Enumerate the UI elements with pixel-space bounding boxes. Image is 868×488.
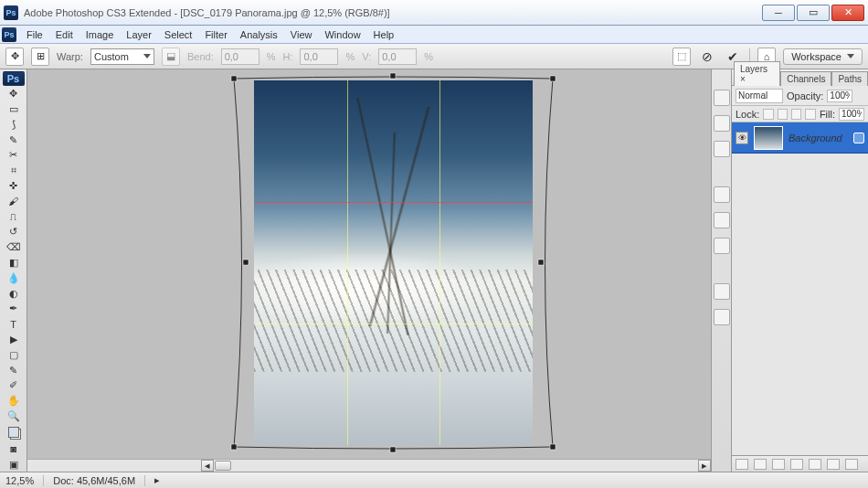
- tab-channels[interactable]: Channels: [780, 71, 831, 86]
- brush-tool[interactable]: 🖌: [3, 194, 25, 208]
- doc-size[interactable]: Doc: 45,6M/45,6M: [53, 475, 145, 486]
- scroll-left-arrow-icon[interactable]: ◂: [201, 460, 214, 472]
- scroll-thumb[interactable]: [215, 461, 231, 471]
- canvas[interactable]: ◂ ▸: [27, 69, 711, 472]
- visibility-eye-icon[interactable]: 👁: [736, 132, 748, 144]
- menu-image[interactable]: Image: [79, 27, 121, 42]
- fill-input[interactable]: [839, 108, 864, 121]
- info-panel-icon[interactable]: [714, 141, 730, 157]
- menu-layer[interactable]: Layer: [120, 27, 158, 42]
- paragraph-panel-icon[interactable]: [714, 309, 730, 325]
- cancel-transform-icon[interactable]: ⊘: [698, 48, 716, 66]
- styles-panel-icon[interactable]: [714, 238, 730, 254]
- menu-view[interactable]: View: [284, 27, 319, 42]
- layer-thumbnail[interactable]: [754, 126, 783, 150]
- chevron-down-icon: [143, 54, 151, 58]
- minimize-button[interactable]: ─: [762, 5, 795, 21]
- crop-tool[interactable]: ✂: [3, 148, 25, 163]
- opacity-label: Opacity:: [787, 90, 823, 101]
- h-unit: %: [345, 51, 355, 62]
- slice-tool[interactable]: ⌗: [3, 164, 25, 178]
- warp-label: Warp:: [57, 51, 83, 62]
- swatches-panel-icon[interactable]: [714, 212, 730, 228]
- eraser-tool[interactable]: ⌫: [3, 240, 25, 255]
- navigator-panel-icon[interactable]: [714, 90, 730, 106]
- eyedropper-tool[interactable]: ✐: [3, 378, 25, 393]
- shape-tool[interactable]: ▢: [3, 347, 25, 362]
- layer-fx-icon[interactable]: [754, 459, 767, 470]
- dodge-tool[interactable]: ◐: [3, 286, 25, 301]
- status-menu-icon[interactable]: ▸: [154, 474, 160, 486]
- h-input[interactable]: [300, 48, 338, 65]
- blur-tool[interactable]: 💧: [3, 271, 25, 285]
- layer-lock-icon: [853, 133, 864, 143]
- stamp-tool[interactable]: ⎍: [3, 209, 25, 224]
- layer-group-icon[interactable]: [809, 459, 821, 470]
- path-select-tool[interactable]: ▶: [3, 333, 25, 347]
- link-layers-icon[interactable]: [736, 459, 748, 470]
- horizontal-scrollbar[interactable]: ◂ ▸: [27, 459, 711, 472]
- warp-grid-icon[interactable]: ⊞: [31, 48, 49, 66]
- tab-layers[interactable]: Layers ×: [734, 61, 780, 86]
- layer-row[interactable]: 👁 Background: [732, 122, 868, 154]
- v-input[interactable]: [378, 48, 417, 65]
- type-tool[interactable]: T: [3, 317, 25, 332]
- layer-name[interactable]: Background: [789, 133, 842, 143]
- zoom-level[interactable]: 12,5%: [5, 475, 44, 486]
- move-tool[interactable]: ✥: [3, 87, 25, 101]
- opacity-input[interactable]: [827, 90, 852, 102]
- adjustment-layer-icon[interactable]: [790, 459, 803, 470]
- menu-window[interactable]: Window: [318, 27, 366, 42]
- quick-select-tool[interactable]: ✎: [3, 133, 25, 147]
- new-layer-icon[interactable]: [827, 459, 840, 470]
- menu-file[interactable]: File: [20, 27, 49, 42]
- marquee-tool[interactable]: ▭: [3, 102, 25, 117]
- delete-layer-icon[interactable]: [845, 459, 858, 470]
- svg-rect-7: [550, 444, 556, 450]
- switch-freewarp-icon[interactable]: ⬚: [672, 48, 691, 66]
- maximize-button[interactable]: ▭: [797, 5, 830, 21]
- menu-edit[interactable]: Edit: [49, 27, 79, 42]
- svg-rect-1: [390, 73, 396, 79]
- tab-paths[interactable]: Paths: [831, 71, 868, 86]
- menu-filter[interactable]: Filter: [198, 27, 233, 42]
- lock-position-icon[interactable]: [791, 109, 801, 120]
- app-badge: Ps: [3, 71, 25, 86]
- hand-tool[interactable]: ✋: [3, 394, 25, 408]
- menu-analysis[interactable]: Analysis: [234, 27, 284, 42]
- blend-mode-select[interactable]: [736, 89, 783, 103]
- bend-input[interactable]: [221, 48, 259, 65]
- app-icon: Ps: [4, 5, 18, 20]
- menu-bar: Ps File Edit Image Layer Select Filter A…: [0, 26, 868, 44]
- svg-rect-6: [390, 447, 396, 452]
- healing-tool[interactable]: ✜: [3, 179, 25, 194]
- layer-mask-icon[interactable]: [772, 459, 785, 470]
- histogram-panel-icon[interactable]: [714, 115, 730, 132]
- menu-select[interactable]: Select: [158, 27, 199, 42]
- menu-help[interactable]: Help: [367, 27, 401, 42]
- notes-tool[interactable]: ✎: [3, 363, 25, 377]
- panel-tabs: Layers × Channels Paths: [732, 69, 868, 86]
- transform-ref-icon[interactable]: ✥: [5, 48, 24, 66]
- zoom-tool[interactable]: 🔍: [3, 409, 25, 424]
- lock-pixels-icon[interactable]: [778, 109, 788, 120]
- gradient-tool[interactable]: ◧: [3, 256, 25, 271]
- layers-panel: Layers × Channels Paths Opacity: Lock: F…: [731, 69, 868, 472]
- workspace-switcher[interactable]: Workspace: [783, 48, 863, 65]
- lock-all-icon[interactable]: [805, 109, 815, 120]
- color-panel-icon[interactable]: [714, 186, 730, 203]
- lasso-tool[interactable]: ⟆: [3, 117, 25, 132]
- screen-mode-icon[interactable]: ▣: [3, 457, 25, 472]
- color-swatches[interactable]: [3, 424, 25, 440]
- bend-unit: %: [267, 51, 276, 62]
- warp-preset-select[interactable]: Custom: [90, 48, 154, 65]
- layer-blend-row: Opacity:: [732, 86, 868, 106]
- lock-transparency-icon[interactable]: [763, 109, 773, 120]
- history-brush-tool[interactable]: ↺: [3, 225, 25, 239]
- pen-tool[interactable]: ✒: [3, 302, 25, 316]
- warp-orientation-icon[interactable]: ⬓: [162, 48, 180, 66]
- quick-mask-icon[interactable]: ◙: [3, 441, 25, 456]
- close-button[interactable]: ✕: [831, 5, 864, 21]
- character-panel-icon[interactable]: [714, 283, 730, 300]
- scroll-right-arrow-icon[interactable]: ▸: [698, 460, 711, 472]
